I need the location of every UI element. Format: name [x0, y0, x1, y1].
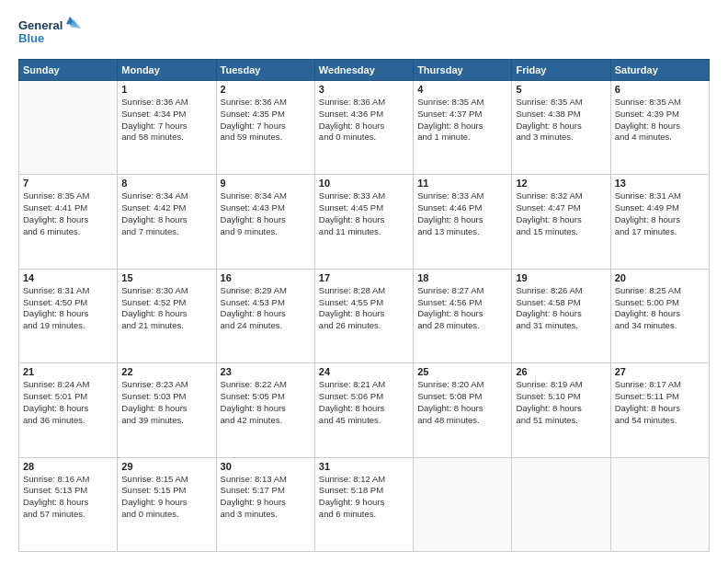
calendar-cell: [610, 457, 709, 551]
daylight-info: Daylight: 8 hours: [516, 214, 606, 226]
daylight-info: Daylight: 8 hours: [615, 121, 705, 132]
calendar-cell: 17Sunrise: 8:28 AMSunset: 4:55 PMDayligh…: [314, 269, 413, 362]
sunrise-info: Sunrise: 8:20 AM: [417, 379, 507, 391]
sunset-info: Sunset: 4:46 PM: [417, 202, 507, 214]
sunrise-info: Sunrise: 8:34 AM: [221, 190, 311, 202]
daylight-info: Daylight: 8 hours: [121, 308, 211, 320]
daylight-hours: and 6 minutes.: [23, 226, 113, 238]
day-number: 30: [221, 461, 311, 472]
sunset-info: Sunset: 4:47 PM: [516, 202, 606, 214]
day-number: 3: [319, 84, 409, 95]
day-number: 16: [221, 272, 311, 283]
daylight-hours: and 48 minutes.: [417, 415, 507, 427]
calendar-cell: 25Sunrise: 8:20 AMSunset: 5:08 PMDayligh…: [414, 363, 512, 457]
daylight-hours: and 54 minutes.: [615, 415, 705, 427]
daylight-info: Daylight: 8 hours: [319, 214, 409, 226]
day-number: 7: [23, 178, 113, 189]
sunset-info: Sunset: 5:06 PM: [319, 391, 409, 403]
daylight-info: Daylight: 8 hours: [23, 497, 113, 509]
daylight-info: Daylight: 7 hours: [221, 121, 311, 132]
daylight-hours: and 13 minutes.: [417, 226, 507, 238]
daylight-hours: and 51 minutes.: [516, 415, 606, 427]
sunrise-info: Sunrise: 8:12 AM: [319, 474, 409, 486]
sunrise-info: Sunrise: 8:32 AM: [516, 190, 606, 202]
sunrise-info: Sunrise: 8:25 AM: [615, 285, 705, 297]
sunset-info: Sunset: 4:36 PM: [319, 109, 409, 121]
header: General Blue: [18, 15, 710, 50]
col-header-tuesday: Tuesday: [216, 60, 314, 81]
daylight-info: Daylight: 8 hours: [417, 121, 507, 132]
daylight-hours: and 36 minutes.: [23, 415, 113, 427]
day-number: 31: [319, 461, 409, 472]
day-number: 13: [615, 178, 705, 189]
day-number: 10: [319, 178, 409, 189]
week-row-5: 28Sunrise: 8:16 AMSunset: 5:13 PMDayligh…: [19, 457, 710, 551]
sunset-info: Sunset: 5:17 PM: [221, 485, 311, 497]
daylight-hours: and 34 minutes.: [615, 320, 705, 332]
sunrise-info: Sunrise: 8:33 AM: [319, 190, 409, 202]
day-number: 4: [417, 84, 507, 95]
col-header-sunday: Sunday: [19, 60, 118, 81]
calendar-cell: 28Sunrise: 8:16 AMSunset: 5:13 PMDayligh…: [19, 457, 118, 551]
daylight-info: Daylight: 8 hours: [121, 403, 211, 415]
calendar-cell: 12Sunrise: 8:32 AMSunset: 4:47 PMDayligh…: [512, 175, 610, 269]
daylight-hours: and 1 minute.: [417, 132, 507, 144]
sunset-info: Sunset: 5:05 PM: [221, 391, 311, 403]
daylight-hours: and 6 minutes.: [319, 509, 409, 521]
sunrise-info: Sunrise: 8:35 AM: [23, 190, 113, 202]
sunrise-info: Sunrise: 8:31 AM: [615, 190, 705, 202]
sunset-info: Sunset: 5:03 PM: [121, 391, 211, 403]
day-number: 25: [417, 366, 507, 377]
sunrise-info: Sunrise: 8:35 AM: [516, 97, 606, 109]
sunset-info: Sunset: 4:34 PM: [121, 109, 211, 121]
calendar-cell: 5Sunrise: 8:35 AMSunset: 4:38 PMDaylight…: [512, 81, 610, 175]
day-number: 29: [121, 461, 211, 472]
week-row-4: 21Sunrise: 8:24 AMSunset: 5:01 PMDayligh…: [19, 363, 710, 457]
week-row-3: 14Sunrise: 8:31 AMSunset: 4:50 PMDayligh…: [19, 269, 710, 362]
daylight-hours: and 42 minutes.: [221, 415, 311, 427]
calendar-cell: 1Sunrise: 8:36 AMSunset: 4:34 PMDaylight…: [118, 81, 216, 175]
sunrise-info: Sunrise: 8:34 AM: [121, 190, 211, 202]
svg-text:General: General: [18, 18, 63, 32]
daylight-info: Daylight: 8 hours: [319, 403, 409, 415]
daylight-hours: and 7 minutes.: [121, 226, 211, 238]
sunset-info: Sunset: 4:43 PM: [221, 202, 311, 214]
daylight-hours: and 31 minutes.: [516, 320, 606, 332]
calendar-cell: 30Sunrise: 8:13 AMSunset: 5:17 PMDayligh…: [216, 457, 314, 551]
daylight-hours: and 45 minutes.: [319, 415, 409, 427]
calendar-cell: 16Sunrise: 8:29 AMSunset: 4:53 PMDayligh…: [216, 269, 314, 362]
sunset-info: Sunset: 5:13 PM: [23, 485, 113, 497]
calendar-cell: 10Sunrise: 8:33 AMSunset: 4:45 PMDayligh…: [314, 175, 413, 269]
sunrise-info: Sunrise: 8:24 AM: [23, 379, 113, 391]
daylight-hours: and 28 minutes.: [417, 320, 507, 332]
daylight-info: Daylight: 8 hours: [615, 308, 705, 320]
calendar-cell: 2Sunrise: 8:36 AMSunset: 4:35 PMDaylight…: [216, 81, 314, 175]
daylight-info: Daylight: 8 hours: [615, 403, 705, 415]
daylight-info: Daylight: 8 hours: [516, 121, 606, 132]
sunrise-info: Sunrise: 8:23 AM: [121, 379, 211, 391]
calendar-cell: 6Sunrise: 8:35 AMSunset: 4:39 PMDaylight…: [610, 81, 709, 175]
day-number: 8: [121, 178, 211, 189]
day-number: 15: [121, 272, 211, 283]
sunset-info: Sunset: 5:01 PM: [23, 391, 113, 403]
sunrise-info: Sunrise: 8:36 AM: [319, 97, 409, 109]
col-header-saturday: Saturday: [610, 60, 709, 81]
daylight-hours: and 15 minutes.: [516, 226, 606, 238]
day-number: 12: [516, 178, 606, 189]
calendar-cell: 26Sunrise: 8:19 AMSunset: 5:10 PMDayligh…: [512, 363, 610, 457]
daylight-info: Daylight: 8 hours: [417, 214, 507, 226]
logo-svg: General Blue: [18, 15, 83, 50]
calendar-cell: 31Sunrise: 8:12 AMSunset: 5:18 PMDayligh…: [314, 457, 413, 551]
day-number: 6: [615, 84, 705, 95]
sunset-info: Sunset: 4:49 PM: [615, 202, 705, 214]
daylight-hours: and 24 minutes.: [221, 320, 311, 332]
sunset-info: Sunset: 4:53 PM: [221, 297, 311, 309]
daylight-info: Daylight: 8 hours: [615, 214, 705, 226]
day-number: 5: [516, 84, 606, 95]
calendar-cell: 8Sunrise: 8:34 AMSunset: 4:42 PMDaylight…: [118, 175, 216, 269]
daylight-hours: and 0 minutes.: [319, 132, 409, 144]
calendar-cell: 27Sunrise: 8:17 AMSunset: 5:11 PMDayligh…: [610, 363, 709, 457]
day-number: 18: [417, 272, 507, 283]
calendar-cell: 23Sunrise: 8:22 AMSunset: 5:05 PMDayligh…: [216, 363, 314, 457]
sunrise-info: Sunrise: 8:35 AM: [615, 97, 705, 109]
